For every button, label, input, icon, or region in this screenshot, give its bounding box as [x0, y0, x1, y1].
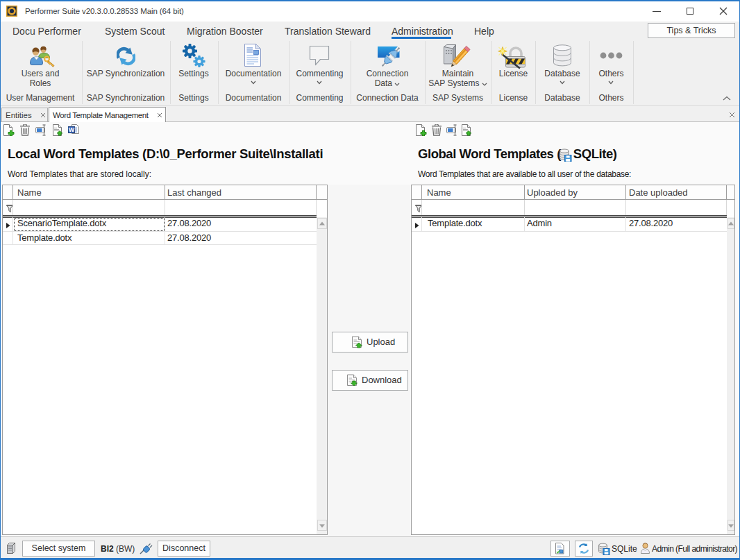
svg-text:W: W: [69, 126, 75, 133]
